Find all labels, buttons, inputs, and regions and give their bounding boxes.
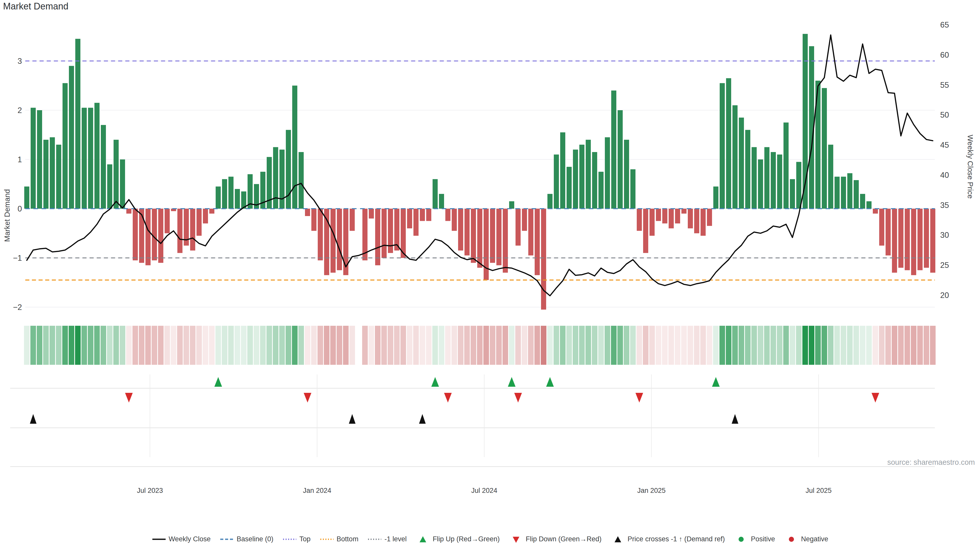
heatmap-cell [764, 326, 770, 365]
demand-bar-positive [720, 83, 725, 209]
demand-bar-negative [375, 209, 380, 265]
heatmap-cell [273, 326, 278, 365]
left-axis-tick: −2 [13, 303, 22, 312]
heatmap-cell [547, 326, 553, 365]
demand-bar-positive [617, 110, 623, 209]
demand-bar-positive [745, 130, 750, 209]
demand-bar-negative [522, 209, 527, 231]
heatmap-cell [783, 326, 789, 365]
demand-bar-negative [905, 209, 910, 270]
legend-item-label: Weekly Close [169, 535, 211, 543]
flip-up-marker [546, 377, 554, 387]
demand-bar-positive [630, 169, 635, 209]
demand-bar-positive [566, 167, 572, 209]
demand-bar-positive [235, 189, 240, 209]
heatmap-cell [68, 326, 74, 365]
demand-bar-negative [707, 209, 712, 226]
heatmap-cell [452, 326, 457, 365]
demand-bar-positive [24, 186, 29, 209]
right-axis-tick: 60 [940, 51, 949, 59]
heatmap-cell [311, 326, 317, 365]
demand-bar-positive [56, 144, 61, 209]
demand-bar-negative [681, 209, 687, 213]
demand-bar-negative [343, 209, 348, 275]
demand-bar-negative [886, 209, 891, 256]
demand-bar-positive [611, 91, 616, 209]
heatmap-cell [388, 326, 393, 365]
heatmap-cell [898, 326, 904, 365]
demand-bar-positive [790, 179, 795, 209]
heatmap-cell [853, 326, 859, 365]
heatmap-cell [477, 326, 483, 365]
legend-item-label: Flip Down (Green→Red) [526, 535, 601, 543]
legend-item-3: Bottom [320, 535, 359, 543]
flip-up-marker [215, 377, 222, 387]
heatmap-cell [458, 326, 463, 365]
heatmap-cell [369, 326, 374, 365]
heatmap-cell [700, 326, 706, 365]
heatmap-cell [298, 326, 304, 365]
negative-dot-icon [784, 535, 799, 543]
heatmap-cell [815, 326, 821, 365]
demand-bar-positive [560, 132, 565, 209]
demand-bar-positive [732, 105, 738, 209]
heatmap-cell [503, 326, 508, 365]
demand-bar-negative [688, 209, 693, 228]
demand-bar-negative [873, 209, 878, 213]
demand-bar-negative [203, 209, 208, 224]
demand-bar-positive [280, 149, 285, 209]
right-axis-tick: 30 [940, 230, 949, 240]
legend-item-label: Positive [751, 535, 775, 543]
heatmap-cell [471, 326, 476, 365]
heatmap-cell [777, 326, 783, 365]
heatmap-cell [420, 326, 425, 365]
demand-bar-negative [662, 209, 667, 224]
legend-item-label: Top [299, 535, 310, 543]
legend-item-5: Flip Up (Red→Green) [416, 535, 500, 543]
demand-bar-negative [911, 209, 916, 275]
demand-bar-positive [37, 110, 42, 209]
weekly-close-line-icon [152, 535, 166, 543]
price-cross-triangle-icon [611, 535, 625, 543]
heatmap-cell [215, 326, 221, 365]
demand-bar-positive [579, 144, 584, 209]
legend-item-7: Price crosses -1 ↑ (Demand ref) [611, 535, 725, 543]
heatmap-cell [573, 326, 578, 365]
demand-bar-negative [190, 209, 195, 251]
heatmap-cell [490, 326, 495, 365]
demand-bar-positive [101, 125, 106, 209]
demand-bar-negative [414, 209, 418, 236]
legend-item-label: Flip Up (Red→Green) [433, 535, 500, 543]
heatmap-cell [566, 326, 572, 365]
heatmap-cell [100, 326, 106, 365]
heatmap-cell [413, 326, 419, 365]
heatmap-cell [847, 326, 853, 365]
heatmap-cell [802, 326, 808, 365]
heatmap-cell [866, 326, 872, 365]
baseline-dash-icon [220, 535, 234, 543]
flip-up-marker [508, 377, 515, 387]
x-axis-tick: Jan 2024 [303, 487, 331, 494]
demand-bar-negative [465, 209, 469, 256]
demand-bar-negative [924, 209, 929, 268]
demand-bar-negative [152, 209, 157, 260]
demand-bar-negative [305, 209, 310, 216]
heatmap-cell [605, 326, 610, 365]
right-axis-tick: 25 [940, 261, 949, 270]
heatmap-cell [88, 326, 94, 365]
heatmap-cell [190, 326, 196, 365]
heatmap-cell [796, 326, 802, 365]
heatmap-cell [164, 326, 170, 365]
heatmap-cell [432, 326, 438, 365]
heatmap-cell [158, 326, 164, 365]
heatmap-cell [592, 326, 597, 365]
demand-bar-negative [528, 209, 533, 256]
legend-item-label: Bottom [337, 535, 359, 543]
demand-bar-negative [420, 209, 425, 221]
demand-bar-positive [75, 39, 80, 209]
heatmap-cell [292, 326, 298, 365]
flip-down-marker [444, 393, 452, 403]
demand-bar-positive [847, 173, 853, 209]
price-cross-marker [349, 414, 355, 424]
demand-bar-negative [165, 209, 170, 233]
